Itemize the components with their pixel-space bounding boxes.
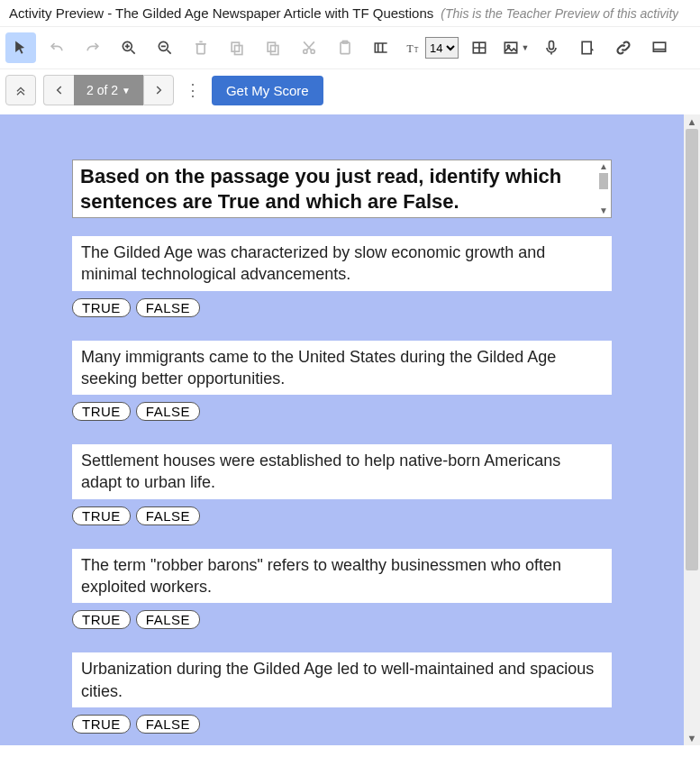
- font-size-group: TT 1012141618: [402, 32, 459, 63]
- scroll-track[interactable]: [684, 129, 700, 731]
- true-button[interactable]: TRUE: [72, 402, 131, 421]
- svg-rect-16: [550, 41, 554, 50]
- text-box-button[interactable]: [366, 32, 396, 63]
- scroll-down-icon[interactable]: ▼: [599, 206, 608, 215]
- instructions-text: Based on the passage you just read, iden…: [80, 164, 584, 214]
- question-text: Many immigrants came to the United State…: [72, 341, 612, 396]
- svg-rect-18: [653, 42, 665, 51]
- collapse-button[interactable]: [5, 75, 36, 105]
- question-text: Urbanization during the Gilded Age led t…: [72, 652, 612, 707]
- instructions-box: Based on the passage you just read, iden…: [72, 160, 612, 218]
- next-page-button[interactable]: [143, 75, 174, 105]
- false-button[interactable]: FALSE: [136, 610, 200, 629]
- image-button[interactable]: ▼: [500, 32, 531, 63]
- false-button[interactable]: FALSE: [136, 715, 200, 734]
- svg-rect-14: [505, 42, 516, 53]
- vertical-scrollbar[interactable]: ▲ ▼: [684, 114, 700, 745]
- scroll-thumb[interactable]: [686, 129, 698, 570]
- svg-rect-9: [341, 42, 350, 53]
- redo-button[interactable]: [77, 32, 108, 63]
- question-block: The term "robber barons" refers to wealt…: [72, 549, 612, 630]
- true-button[interactable]: TRUE: [72, 298, 131, 317]
- question-block: Settlement houses were established to he…: [72, 444, 612, 525]
- question-text: Settlement houses were established to he…: [72, 444, 612, 499]
- false-button[interactable]: FALSE: [136, 298, 200, 317]
- instructions-scrollbar[interactable]: ▲ ▼: [596, 160, 611, 217]
- question-text: The term "robber barons" refers to wealt…: [72, 549, 612, 604]
- audio-button[interactable]: [572, 32, 603, 63]
- prev-page-button[interactable]: [43, 75, 74, 105]
- font-size-select[interactable]: 1012141618: [425, 37, 459, 59]
- svg-point-7: [304, 50, 307, 53]
- activity-title: Activity Preview - The Gilded Age Newspa…: [9, 5, 433, 21]
- font-size-icon: TT: [402, 32, 425, 63]
- svg-rect-2: [197, 44, 205, 54]
- undo-button[interactable]: [41, 32, 72, 63]
- true-button[interactable]: TRUE: [72, 610, 131, 629]
- svg-rect-17: [582, 41, 591, 53]
- scroll-down-icon[interactable]: ▼: [684, 731, 700, 745]
- svg-point-8: [311, 50, 314, 53]
- worksheet-canvas-wrap: Based on the passage you just read, iden…: [0, 114, 700, 745]
- true-button[interactable]: TRUE: [72, 715, 131, 734]
- question-text: The Gilded Age was characterized by slow…: [72, 236, 612, 291]
- page-nav-group: 2 of 2▼: [43, 75, 174, 105]
- table-button[interactable]: [464, 32, 495, 63]
- zoom-out-button[interactable]: [150, 32, 180, 63]
- svg-text:T: T: [414, 46, 419, 54]
- teacher-preview-note: (This is the Teacher Preview of this act…: [441, 6, 678, 21]
- cut-button[interactable]: [294, 32, 324, 63]
- false-button[interactable]: FALSE: [136, 506, 200, 525]
- clipboard-button[interactable]: [330, 32, 360, 63]
- paste-button[interactable]: [258, 32, 288, 63]
- scroll-up-icon[interactable]: ▲: [684, 114, 700, 129]
- true-button[interactable]: TRUE: [72, 506, 131, 525]
- link-button[interactable]: [608, 32, 639, 63]
- worksheet-canvas[interactable]: Based on the passage you just read, iden…: [0, 114, 684, 745]
- scroll-up-icon[interactable]: ▲: [599, 162, 608, 171]
- zoom-in-button[interactable]: [114, 32, 144, 63]
- question-block: Many immigrants came to the United State…: [72, 341, 612, 422]
- screen-button[interactable]: [644, 32, 675, 63]
- pager-toolbar: 2 of 2▼ ⋮ Get My Score: [0, 69, 700, 114]
- more-options-button[interactable]: ⋮: [181, 80, 205, 100]
- svg-text:T: T: [407, 43, 414, 55]
- question-block: Urbanization during the Gilded Age led t…: [72, 652, 612, 734]
- delete-button[interactable]: [186, 32, 216, 63]
- question-block: The Gilded Age was characterized by slow…: [72, 236, 612, 317]
- false-button[interactable]: FALSE: [136, 402, 200, 421]
- microphone-button[interactable]: [536, 32, 567, 63]
- titlebar: Activity Preview - The Gilded Age Newspa…: [0, 0, 700, 27]
- pointer-tool-button[interactable]: [5, 32, 36, 63]
- main-toolbar: TT 1012141618 ▼: [0, 27, 700, 69]
- get-score-button[interactable]: Get My Score: [212, 76, 323, 105]
- scroll-thumb[interactable]: [599, 173, 608, 189]
- page-count-dropdown[interactable]: 2 of 2▼: [74, 75, 143, 105]
- copy-button[interactable]: [222, 32, 252, 63]
